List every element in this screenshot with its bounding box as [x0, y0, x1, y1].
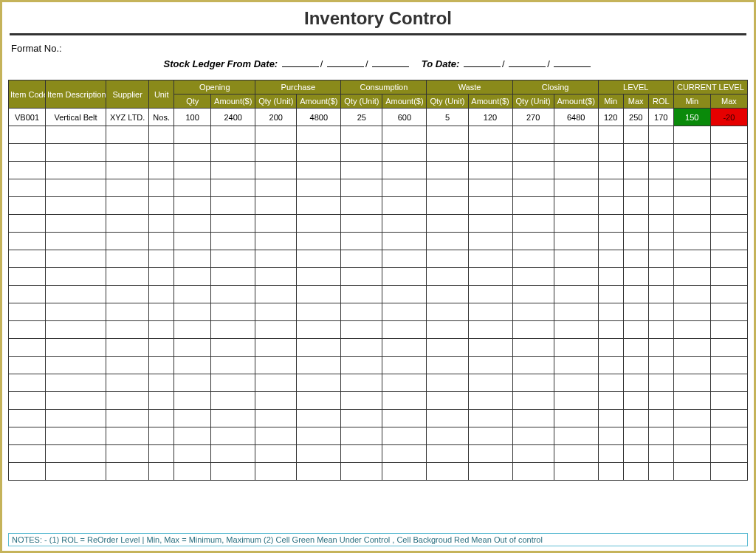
- cell-empty[interactable]: [554, 286, 598, 303]
- cell-waste_qty[interactable]: 5: [427, 109, 468, 126]
- cell-empty[interactable]: [673, 357, 710, 374]
- cell-empty[interactable]: [46, 179, 106, 197]
- cell-empty[interactable]: [598, 427, 623, 445]
- cell-empty[interactable]: [149, 339, 174, 357]
- cell-empty[interactable]: [468, 427, 512, 445]
- cell-empty[interactable]: [149, 410, 174, 427]
- cell-empty[interactable]: [255, 463, 297, 481]
- cell-empty[interactable]: [106, 144, 149, 162]
- cell-empty[interactable]: [554, 410, 598, 427]
- cell-empty[interactable]: [648, 286, 673, 303]
- cell-empty[interactable]: [297, 445, 341, 463]
- cell-empty[interactable]: [341, 427, 382, 445]
- cell-empty[interactable]: [512, 197, 554, 215]
- cell-empty[interactable]: [623, 321, 648, 339]
- cell-empty[interactable]: [710, 427, 747, 445]
- cell-empty[interactable]: [382, 197, 427, 215]
- cell-consumption_amt[interactable]: 600: [382, 109, 427, 126]
- cell-empty[interactable]: [255, 233, 297, 250]
- cell-empty[interactable]: [149, 427, 174, 445]
- cell-empty[interactable]: [382, 286, 427, 303]
- cell-empty[interactable]: [648, 463, 673, 481]
- cell-empty[interactable]: [211, 303, 255, 321]
- cell-empty[interactable]: [382, 427, 427, 445]
- cell-empty[interactable]: [174, 321, 211, 339]
- cell-empty[interactable]: [297, 374, 341, 392]
- cell-empty[interactable]: [648, 339, 673, 357]
- cell-empty[interactable]: [554, 339, 598, 357]
- cell-empty[interactable]: [255, 197, 297, 215]
- cell-empty[interactable]: [673, 339, 710, 357]
- cell-empty[interactable]: [673, 463, 710, 481]
- cell-empty[interactable]: [427, 162, 468, 179]
- cell-empty[interactable]: [382, 445, 427, 463]
- cell-empty[interactable]: [673, 303, 710, 321]
- cell-empty[interactable]: [554, 268, 598, 286]
- cell-empty[interactable]: [427, 215, 468, 233]
- cell-empty[interactable]: [468, 374, 512, 392]
- cell-empty[interactable]: [382, 179, 427, 197]
- cell-empty[interactable]: [554, 162, 598, 179]
- cell-empty[interactable]: [598, 250, 623, 268]
- cell-empty[interactable]: [255, 303, 297, 321]
- cell-empty[interactable]: [106, 268, 149, 286]
- cell-empty[interactable]: [623, 357, 648, 374]
- cell-empty[interactable]: [512, 357, 554, 374]
- cell-empty[interactable]: [673, 179, 710, 197]
- cell-empty[interactable]: [382, 374, 427, 392]
- cell-empty[interactable]: [623, 197, 648, 215]
- cell-empty[interactable]: [9, 445, 46, 463]
- cell-empty[interactable]: [149, 268, 174, 286]
- cell-empty[interactable]: [598, 162, 623, 179]
- cell-empty[interactable]: [427, 463, 468, 481]
- cell-empty[interactable]: [710, 392, 747, 410]
- cell-empty[interactable]: [710, 463, 747, 481]
- cell-empty[interactable]: [382, 410, 427, 427]
- cell-empty[interactable]: [648, 427, 673, 445]
- cell-empty[interactable]: [46, 250, 106, 268]
- cell-empty[interactable]: [648, 144, 673, 162]
- cell-empty[interactable]: [106, 233, 149, 250]
- cell-unit[interactable]: Nos.: [149, 109, 174, 126]
- cell-empty[interactable]: [149, 250, 174, 268]
- cell-empty[interactable]: [598, 268, 623, 286]
- cell-empty[interactable]: [341, 321, 382, 339]
- cell-empty[interactable]: [710, 445, 747, 463]
- cell-empty[interactable]: [174, 392, 211, 410]
- cell-empty[interactable]: [297, 233, 341, 250]
- cell-empty[interactable]: [648, 268, 673, 286]
- cell-empty[interactable]: [106, 445, 149, 463]
- cell-empty[interactable]: [648, 374, 673, 392]
- cell-empty[interactable]: [468, 303, 512, 321]
- cell-empty[interactable]: [673, 215, 710, 233]
- cell-empty[interactable]: [255, 410, 297, 427]
- cell-empty[interactable]: [9, 374, 46, 392]
- cell-empty[interactable]: [341, 286, 382, 303]
- cell-empty[interactable]: [598, 144, 623, 162]
- cell-empty[interactable]: [255, 250, 297, 268]
- cell-empty[interactable]: [468, 179, 512, 197]
- cell-empty[interactable]: [382, 162, 427, 179]
- cell-empty[interactable]: [9, 179, 46, 197]
- cell-empty[interactable]: [598, 197, 623, 215]
- cell-empty[interactable]: [106, 339, 149, 357]
- cell-empty[interactable]: [149, 392, 174, 410]
- cell-empty[interactable]: [673, 392, 710, 410]
- cell-empty[interactable]: [554, 321, 598, 339]
- cell-empty[interactable]: [710, 357, 747, 374]
- cell-empty[interactable]: [468, 144, 512, 162]
- cell-empty[interactable]: [382, 303, 427, 321]
- cell-empty[interactable]: [427, 392, 468, 410]
- cell-empty[interactable]: [297, 250, 341, 268]
- cell-empty[interactable]: [297, 303, 341, 321]
- cell-empty[interactable]: [554, 233, 598, 250]
- cell-empty[interactable]: [512, 233, 554, 250]
- cell-empty[interactable]: [174, 268, 211, 286]
- cell-empty[interactable]: [382, 233, 427, 250]
- cell-empty[interactable]: [341, 197, 382, 215]
- cell-empty[interactable]: [149, 179, 174, 197]
- cell-empty[interactable]: [174, 162, 211, 179]
- cell-empty[interactable]: [554, 197, 598, 215]
- cell-empty[interactable]: [149, 144, 174, 162]
- cell-empty[interactable]: [297, 410, 341, 427]
